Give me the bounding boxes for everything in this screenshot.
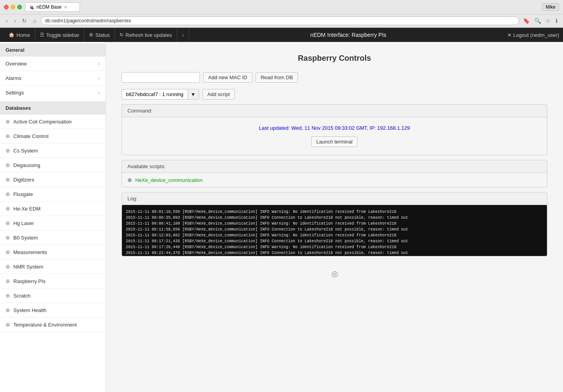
nav-status-label: Status — [95, 32, 110, 38]
sidebar-item-fluxgate[interactable]: ⊕ Fluxgate — [0, 187, 105, 201]
hamburger-icon: ☰ — [40, 32, 44, 38]
star-icon[interactable]: ☆ — [544, 17, 552, 25]
device-dropdown-icon[interactable]: ▼ — [187, 90, 199, 99]
nav-refresh[interactable]: ↻ Refresh live updates — [115, 28, 177, 42]
nmr-left: ⊕ NMR System — [5, 263, 44, 270]
command-section: Command: Last updated: Wed, 11 Nov 2015 … — [122, 104, 547, 155]
scripts-panel: Available scripts: ⊕ HeXe_device_communi… — [122, 160, 547, 187]
sidebar-item-he-xe-label: He-Xe EDM — [13, 206, 40, 212]
tab-close-icon[interactable]: ✕ — [64, 5, 67, 9]
raspberry-left: ⊕ Raspberry PIs — [5, 278, 45, 284]
device-selector-text: b827ebdccaf7 : 1 running — [122, 89, 187, 99]
nav-status[interactable]: ⚙ Status — [84, 28, 115, 42]
sidebar-item-scratch-label: Scratch — [13, 293, 31, 299]
back-button[interactable]: ‹ — [4, 17, 10, 25]
nav-download[interactable]: ↓ — [177, 28, 189, 42]
sidebar-item-he-xe[interactable]: ⊕ He-Xe EDM — [0, 201, 105, 216]
add-script-button[interactable]: Add script — [202, 89, 235, 100]
nav-home-label: Home — [16, 32, 30, 38]
add-mac-button[interactable]: Add new MAC ID — [203, 72, 252, 83]
home-button[interactable]: ⌂ — [31, 17, 38, 25]
browser-tab[interactable]: 🍇 nEDM Base ✕ — [25, 2, 80, 12]
sidebar-item-system-health[interactable]: ⊕ System Health — [0, 303, 105, 318]
sidebar-item-climate[interactable]: ⊕ Climate Control — [0, 129, 105, 143]
sidebar-item-active-coil[interactable]: ⊕ Active Coil Compensation — [0, 114, 105, 129]
nav-logout[interactable]: ✕ Logout (nedm_user) — [507, 32, 559, 38]
scripts-section: Available scripts: ⊕ HeXe_device_communi… — [122, 160, 547, 187]
scratch-plus-icon: ⊕ — [5, 292, 10, 299]
device-selector[interactable]: b827ebdccaf7 : 1 running ▼ — [122, 89, 199, 100]
gear-icon: ⚙ — [89, 32, 93, 38]
sidebar: General Overview › Alarms › Settings › D… — [0, 42, 106, 392]
dot-red[interactable] — [4, 5, 9, 9]
hg-laser-left: ⊕ Hg Laser — [5, 220, 34, 226]
main-layout: General Overview › Alarms › Settings › D… — [0, 42, 563, 392]
dot-green[interactable] — [17, 5, 22, 9]
browser-toolbar: ‹ › ↻ ⌂ 🔖 🔍 ☆ ℹ — [0, 15, 563, 27]
sidebar-item-degaussing-label: Degaussing — [13, 162, 40, 168]
measurements-left: ⊕ Measurements — [5, 249, 47, 255]
general-section-header: General — [0, 44, 105, 56]
fluxgate-plus-icon: ⊕ — [5, 191, 10, 197]
browser-user: Mike — [542, 3, 559, 11]
command-panel-header: Command: — [122, 105, 547, 117]
system-health-left: ⊕ System Health — [5, 307, 47, 313]
reload-button[interactable]: ↻ — [20, 17, 29, 25]
sidebar-item-nmr[interactable]: ⊕ NMR System — [0, 260, 105, 274]
degaussing-plus-icon: ⊕ — [5, 162, 10, 168]
address-bar[interactable] — [41, 16, 519, 25]
bookmark-icon[interactable]: 🔖 — [521, 17, 531, 25]
dot-yellow[interactable] — [11, 5, 15, 9]
settings-arrow-icon: › — [98, 89, 100, 96]
script-item[interactable]: ⊕ HeXe_device_communication — [122, 173, 547, 187]
he-xe-plus-icon: ⊕ — [5, 205, 10, 212]
scripts-panel-header: Available scripts: — [122, 160, 547, 173]
sidebar-item-scratch[interactable]: ⊕ Scratch — [0, 289, 105, 303]
sidebar-item-overview-label: Overview — [5, 61, 27, 67]
sidebar-item-raspberry[interactable]: ⊕ Raspberry PIs — [0, 274, 105, 289]
sidebar-item-temperature-label: Temperature & Environment — [13, 322, 77, 328]
sidebar-item-climate-label: Climate Control — [13, 133, 49, 139]
sidebar-item-measurements[interactable]: ⊕ Measurements — [0, 245, 105, 260]
sidebar-item-hg-laser[interactable]: ⊕ Hg Laser — [0, 216, 105, 230]
cs-left: ⊕ Cs System — [5, 147, 38, 154]
mac-id-input[interactable] — [122, 72, 200, 83]
nav-home[interactable]: 🏠 Home — [4, 28, 35, 42]
search-icon[interactable]: 🔍 — [533, 17, 543, 25]
mac-controls-bar: Add new MAC ID Read from DB — [122, 72, 547, 83]
sidebar-item-nmr-label: NMR System — [13, 264, 44, 270]
page-title: Raspberry Controls — [122, 54, 547, 63]
active-coil-left: ⊕ Active Coil Compensation — [5, 118, 72, 125]
read-db-button[interactable]: Read from DB — [256, 72, 298, 83]
sidebar-item-overview[interactable]: Overview › — [0, 56, 105, 71]
info-icon[interactable]: ℹ — [554, 17, 559, 25]
nmr-plus-icon: ⊕ — [5, 263, 10, 270]
forward-button[interactable]: › — [12, 17, 18, 25]
databases-section-header: Databases — [0, 102, 105, 114]
sidebar-item-settings[interactable]: Settings › — [0, 85, 105, 100]
nav-toggle-sidebar[interactable]: ☰ Toggle sidebar — [35, 28, 85, 42]
temperature-plus-icon: ⊕ — [5, 321, 10, 328]
sidebar-item-cs-system[interactable]: ⊕ Cs System — [0, 143, 105, 158]
sidebar-item-measurements-label: Measurements — [13, 249, 47, 255]
launch-terminal-button[interactable]: Launch terminal — [311, 136, 358, 147]
log-terminal[interactable]: 2015-11-11 09:01:18,550 [RSBY/HeXe_devic… — [122, 205, 547, 256]
refresh-icon: ↻ — [120, 32, 123, 38]
command-panel: Command: Last updated: Wed, 11 Nov 2015 … — [122, 104, 547, 155]
browser-titlebar: 🍇 nEDM Base ✕ Mike — [0, 0, 563, 15]
device-bar: b827ebdccaf7 : 1 running ▼ Add script — [122, 89, 547, 100]
fluxgate-left: ⊕ Fluxgate — [5, 191, 33, 197]
sidebar-item-cs-label: Cs System — [13, 148, 38, 154]
sidebar-item-b0-label: B0 System — [13, 235, 38, 241]
measurements-plus-icon: ⊕ — [5, 249, 10, 255]
sidebar-item-alarms[interactable]: Alarms › — [0, 71, 105, 85]
sidebar-item-degaussing[interactable]: ⊕ Degaussing — [0, 158, 105, 172]
sidebar-item-digitizers[interactable]: ⊕ Digitizers — [0, 172, 105, 187]
browser-chrome: 🍇 nEDM Base ✕ Mike ‹ › ↻ ⌂ 🔖 🔍 ☆ ℹ — [0, 0, 563, 28]
home-icon: 🏠 — [9, 32, 15, 38]
sidebar-item-b0[interactable]: ⊕ B0 System — [0, 230, 105, 245]
overview-arrow-icon: › — [98, 60, 100, 67]
sidebar-item-temperature[interactable]: ⊕ Temperature & Environment — [0, 318, 105, 332]
sidebar-item-digitizers-label: Digitizers — [13, 177, 34, 183]
climate-left: ⊕ Climate Control — [5, 133, 49, 139]
